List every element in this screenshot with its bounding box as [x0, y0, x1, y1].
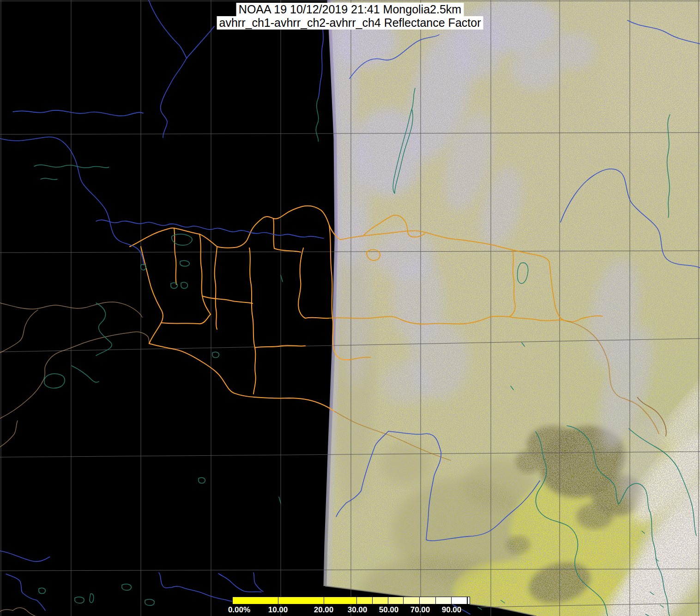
satellite-viewer-screen: NOAA 19 10/12/2019 21:41 Mongolia2.5km a… [0, 0, 700, 616]
colorbar-segment [278, 597, 325, 604]
satellite-map-canvas [0, 0, 700, 616]
colorbar-segment [232, 597, 279, 604]
colorbar-segment [451, 597, 467, 604]
colorbar-label: 90.00 [433, 605, 470, 615]
colorbar-segment [467, 597, 470, 604]
colorbar-segment [372, 597, 389, 604]
colorbar-segment [324, 597, 357, 604]
colorbar-segment [403, 597, 420, 604]
colorbar-segment [356, 597, 373, 604]
colorbar-segment [435, 597, 452, 604]
colorbar-label: 10.00 [259, 605, 296, 615]
speckle-texture-brown [319, 0, 700, 616]
colorbar-segment [388, 597, 404, 604]
title-line-1: NOAA 19 10/12/2019 21:41 Mongolia2.5km [236, 3, 464, 16]
image-title: NOAA 19 10/12/2019 21:41 Mongolia2.5km a… [217, 3, 483, 30]
colorbar-label: 20.00 [305, 605, 342, 615]
title-line-2: avhrr_ch1-avhrr_ch2-avhrr_ch4 Reflectanc… [217, 16, 483, 30]
colorbar-label: 0.00% [221, 605, 258, 615]
daylight-swath [319, 0, 700, 616]
colorbar-segment [419, 597, 436, 604]
